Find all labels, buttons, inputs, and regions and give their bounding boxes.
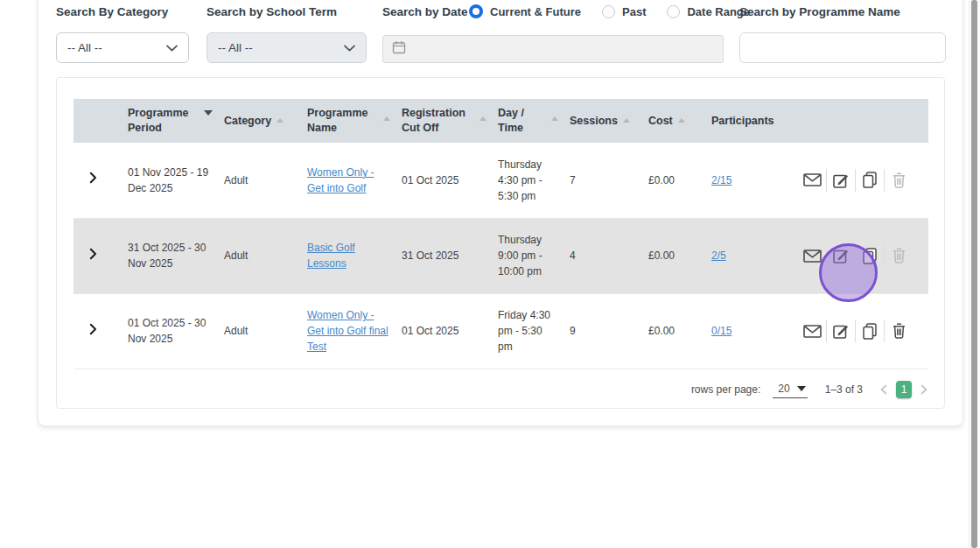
column-label: Programme Name: [307, 106, 378, 136]
click-indicator: [819, 243, 878, 302]
cell-sessions: 4: [564, 218, 642, 293]
sort-asc-icon: [623, 118, 630, 123]
programmes-table: Programme Period Category Programme Name…: [74, 99, 928, 369]
cell-category: Adult: [218, 218, 301, 293]
sort-asc-icon: [383, 116, 390, 121]
trash-icon[interactable]: [885, 323, 913, 339]
programme-name-filter-label: Search by Programme Name: [739, 5, 900, 18]
cell-sessions: 7: [564, 143, 642, 218]
table-row: 01 Nov 2025 - 19 Dec 2025 Adult Women On…: [74, 143, 928, 218]
header-actions-spacer: [784, 99, 928, 143]
cell-category: Adult: [218, 143, 301, 218]
copy-icon[interactable]: [856, 323, 884, 340]
expand-row-button[interactable]: [89, 323, 97, 335]
row-actions: [790, 169, 923, 192]
participants-link[interactable]: 2/5: [711, 249, 726, 262]
column-label: Registration Cut Off: [402, 106, 474, 136]
radio-unselected-icon: [667, 5, 680, 18]
table-footer: rows per page: 20 1–3 of 3 1: [74, 369, 928, 411]
rows-per-page: rows per page: 20: [691, 382, 808, 398]
programme-name-link[interactable]: Women Only - Get into Golf final Test: [307, 309, 388, 353]
date-filter-label: Search by Date: [382, 5, 468, 18]
sort-asc-icon: [551, 116, 558, 121]
radio-past-label: Past: [622, 5, 646, 18]
cell-registration-cut-off: 31 Oct 2025: [396, 218, 492, 293]
cell-cost: £0.00: [642, 218, 705, 293]
cell-programme-period: 01 Nov 2025 - 19 Dec 2025: [122, 143, 218, 218]
column-header-category[interactable]: Category: [218, 99, 301, 143]
rows-per-page-select[interactable]: 20: [773, 382, 807, 398]
column-header-participants[interactable]: Participants: [705, 99, 784, 143]
category-select-value: -- All --: [67, 41, 102, 54]
chevron-down-icon: [344, 41, 355, 54]
expand-row-button[interactable]: [89, 172, 97, 184]
radio-past[interactable]: Past: [602, 5, 646, 18]
email-icon[interactable]: [798, 173, 826, 186]
column-label: Cost: [648, 114, 673, 129]
school-term-filter-label: Search by School Term: [206, 5, 337, 18]
programme-name-link[interactable]: Women Only - Get into Golf: [307, 166, 374, 194]
column-header-programme-period[interactable]: Programme Period: [122, 99, 218, 143]
radio-unselected-icon: [602, 5, 615, 18]
school-term-select[interactable]: -- All --: [206, 32, 367, 63]
edit-icon[interactable]: [827, 323, 855, 339]
table-header-row: Programme Period Category Programme Name…: [74, 99, 928, 143]
trash-icon: [885, 172, 913, 188]
caret-down-icon: [797, 386, 806, 391]
table-row: 01 Oct 2025 - 30 Nov 2025 Adult Women On…: [74, 293, 928, 369]
email-icon[interactable]: [798, 325, 826, 338]
radio-selected-icon: [469, 4, 483, 18]
cell-programme-period: 01 Oct 2025 - 30 Nov 2025: [122, 293, 218, 369]
category-filter-label: Search By Category: [56, 5, 168, 18]
participants-link[interactable]: 2/15: [711, 174, 732, 186]
edit-icon[interactable]: [827, 172, 855, 188]
table-row: 31 Oct 2025 - 30 Nov 2025 Adult Basic Go…: [74, 218, 928, 293]
programme-name-link[interactable]: Basic Golf Lessons: [307, 242, 355, 270]
page-number-button[interactable]: 1: [896, 381, 912, 398]
cell-day-time: Thursday 4:30 pm - 5:30 pm: [492, 143, 564, 218]
trash-icon: [885, 248, 913, 263]
column-label: Sessions: [570, 114, 618, 129]
cell-registration-cut-off: 01 Oct 2025: [396, 293, 492, 369]
sort-asc-icon: [480, 116, 486, 121]
column-header-cost[interactable]: Cost: [642, 99, 705, 143]
column-header-day-time[interactable]: Day / Time: [492, 99, 564, 143]
column-label: Participants: [711, 114, 774, 129]
rows-per-page-value: 20: [778, 383, 789, 395]
radio-date-range[interactable]: Date Range: [667, 5, 750, 18]
category-select[interactable]: -- All --: [56, 32, 189, 63]
programme-name-input[interactable]: [739, 32, 946, 63]
expand-row-button[interactable]: [89, 248, 97, 260]
column-label: Programme Period: [128, 106, 199, 136]
column-header-registration-cut-off[interactable]: Registration Cut Off: [396, 99, 492, 143]
radio-current-future-label: Current & Future: [490, 5, 581, 18]
radio-current-future[interactable]: Current & Future: [469, 4, 581, 18]
cell-cost: £0.00: [642, 143, 705, 218]
pager: 1: [880, 381, 928, 398]
header-expand-spacer: [74, 99, 122, 143]
cell-sessions: 9: [564, 293, 642, 369]
calendar-icon: [392, 40, 406, 58]
column-label: Category: [224, 114, 271, 129]
date-radio-group: Current & Future Past Date Range: [469, 4, 750, 18]
date-input[interactable]: [382, 35, 724, 63]
page-range-label: 1–3 of 3: [825, 383, 863, 396]
participants-link[interactable]: 0/15: [711, 325, 732, 337]
column-header-programme-name[interactable]: Programme Name: [301, 99, 396, 143]
scrollbar-thumb[interactable]: [971, 0, 977, 548]
cell-cost: £0.00: [642, 293, 705, 369]
sort-asc-icon: [276, 118, 284, 123]
row-actions: [790, 320, 923, 342]
school-term-select-value: -- All --: [218, 41, 253, 54]
column-label: Day / Time: [498, 106, 546, 136]
column-header-sessions[interactable]: Sessions: [564, 99, 642, 143]
copy-icon[interactable]: [856, 172, 884, 188]
prev-page-icon[interactable]: [880, 384, 887, 395]
cell-day-time: Friday 4:30 pm - 5:30 pm: [492, 293, 564, 369]
rows-per-page-label: rows per page:: [691, 383, 760, 396]
cell-category: Adult: [218, 293, 301, 369]
cell-registration-cut-off: 01 Oct 2025: [396, 143, 492, 218]
next-page-icon[interactable]: [920, 384, 928, 395]
chevron-down-icon: [166, 41, 178, 54]
cell-day-time: Thursday 9:00 pm - 10:00 pm: [492, 218, 564, 293]
